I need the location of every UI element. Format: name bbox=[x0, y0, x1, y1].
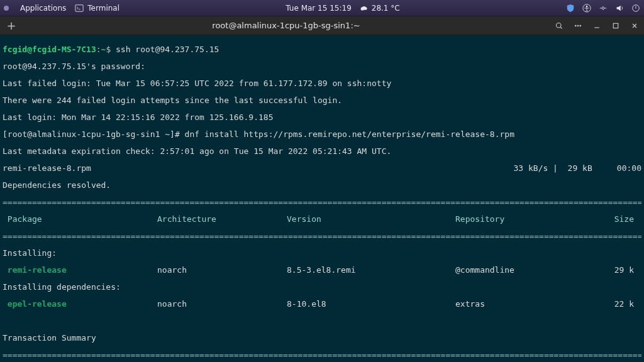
svg-rect-9 bbox=[613, 23, 618, 28]
accessibility-icon[interactable] bbox=[582, 4, 591, 13]
pkg-arch: noarch bbox=[157, 300, 287, 309]
pkg-size: 29 k bbox=[584, 266, 634, 275]
new-tab-button[interactable]: + bbox=[5, 19, 18, 32]
shield-icon[interactable] bbox=[566, 4, 575, 13]
svg-point-8 bbox=[580, 25, 581, 26]
local-prompt-user: fcgid@fcgid-MS-7C13 bbox=[3, 45, 96, 54]
transaction-summary: Transaction Summary bbox=[3, 334, 641, 343]
svg-point-5 bbox=[557, 23, 562, 28]
blank-line bbox=[3, 317, 641, 326]
hdr-arch: Architecture bbox=[157, 215, 287, 224]
pkg-size: 22 k bbox=[584, 300, 634, 309]
installing-deps-label: Installing dependencies: bbox=[3, 283, 641, 292]
hdr-package: Package bbox=[3, 215, 157, 224]
clock[interactable]: Tue Mar 15 15:19 bbox=[286, 4, 351, 13]
deps-resolved: Dependencies resolved. bbox=[3, 181, 641, 190]
search-icon[interactable] bbox=[555, 21, 564, 30]
window-titlebar: + root@almalinux-1cpu-1gb-sg-sin1:~ bbox=[0, 16, 644, 35]
divider-eq-3: ========================================… bbox=[3, 351, 641, 359]
active-app-label: Terminal bbox=[87, 4, 119, 13]
rpm-name: remi-release-8.rpm bbox=[3, 164, 514, 173]
activities-dot[interactable] bbox=[4, 6, 9, 11]
terminal-output[interactable]: fcgid@fcgid-MS-7C13:~$ ssh root@94.237.7… bbox=[0, 35, 644, 362]
pkg-arch: noarch bbox=[157, 266, 287, 275]
table-header: Package Architecture Version Repository … bbox=[3, 215, 641, 224]
metadata-line: Last metadata expiration check: 2:57:01 … bbox=[3, 147, 641, 156]
svg-point-6 bbox=[575, 25, 576, 26]
svg-point-7 bbox=[577, 25, 579, 26]
ssh-command: ssh root@94.237.75.15 bbox=[116, 45, 219, 54]
local-prompt-sep: : bbox=[96, 45, 101, 54]
dnf-command: dnf install https://rpms.remirepo.net/en… bbox=[185, 129, 514, 139]
menu-icon[interactable] bbox=[574, 21, 582, 30]
pkg-ver: 8.5-3.el8.remi bbox=[287, 266, 455, 275]
weather-temp: 28.1 °C bbox=[372, 4, 400, 13]
pkg-name: epel-release bbox=[3, 300, 157, 309]
table-row: epel-release noarch 8-10.el8 extras 22 k bbox=[3, 300, 641, 309]
network-icon[interactable] bbox=[599, 4, 608, 13]
last-login: Last login: Mon Mar 14 22:15:16 2022 fro… bbox=[3, 113, 641, 122]
applications-label: Applications bbox=[20, 4, 66, 13]
last-failed-login: Last failed login: Tue Mar 15 06:57:25 U… bbox=[3, 79, 641, 88]
svg-rect-0 bbox=[75, 4, 83, 11]
pkg-repo: @commandline bbox=[455, 266, 584, 275]
weather-indicator[interactable]: 28.1 °C bbox=[359, 4, 400, 13]
pkg-name: remi-release bbox=[3, 266, 157, 275]
maximize-button[interactable] bbox=[611, 21, 620, 30]
svg-point-3 bbox=[586, 6, 588, 8]
remote-prompt: [root@almalinux-1cpu-1gb-sg-sin1 ~]# bbox=[3, 129, 185, 139]
pkg-repo: extras bbox=[455, 300, 584, 309]
active-app-indicator[interactable]: Terminal bbox=[75, 4, 119, 13]
volume-icon[interactable] bbox=[615, 4, 624, 13]
hdr-size: Size bbox=[584, 215, 634, 224]
close-button[interactable] bbox=[630, 21, 639, 30]
weather-icon bbox=[359, 4, 368, 13]
pkg-ver: 8-10.el8 bbox=[287, 300, 455, 309]
taskbar: Applications Terminal Tue Mar 15 15:19 2… bbox=[0, 0, 644, 16]
power-icon[interactable] bbox=[631, 4, 640, 13]
failed-attempts: There were 244 failed login attempts sin… bbox=[3, 96, 641, 105]
hdr-repo: Repository bbox=[455, 215, 584, 224]
window-title: root@almalinux-1cpu-1gb-sg-sin1:~ bbox=[18, 21, 555, 30]
table-row: remi-release noarch 8.5-3.el8.remi @comm… bbox=[3, 266, 641, 275]
divider-eq-1: ========================================… bbox=[3, 198, 641, 207]
rpm-stats: 33 kB/s | 29 kB 00:00 bbox=[514, 164, 642, 173]
password-prompt: root@94.237.75.15's password: bbox=[3, 62, 641, 71]
terminal-icon bbox=[75, 4, 84, 13]
divider-eq-2: ========================================… bbox=[3, 232, 641, 241]
installing-label: Installing: bbox=[3, 249, 641, 258]
local-prompt-sym: $ bbox=[106, 45, 116, 54]
hdr-version: Version bbox=[287, 215, 455, 224]
minimize-button[interactable] bbox=[592, 21, 601, 30]
applications-menu[interactable]: Applications bbox=[20, 4, 66, 13]
